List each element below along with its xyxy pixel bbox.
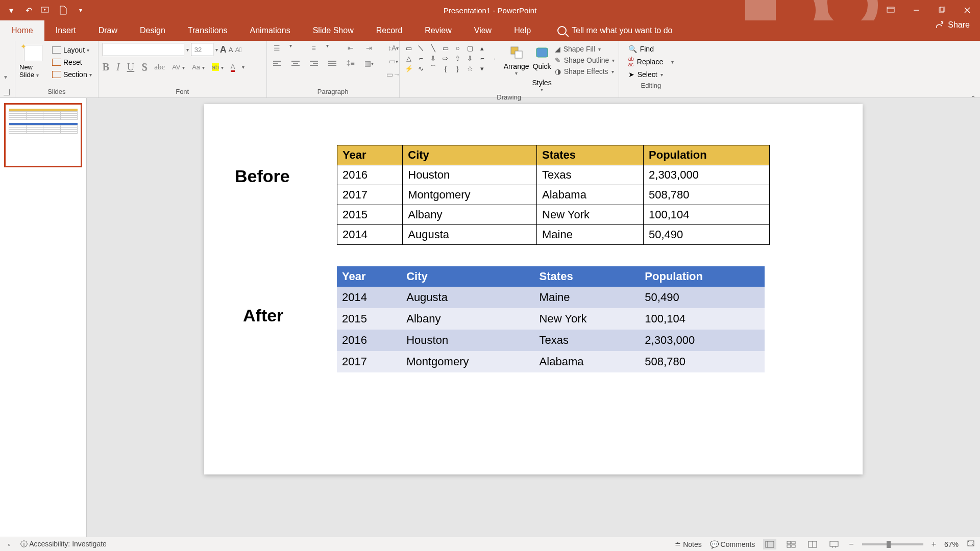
undo-icon[interactable]: ↶ xyxy=(23,5,34,15)
table-row[interactable]: 2015AlbanyNew York100,104 xyxy=(337,308,765,330)
table-row[interactable]: 2015AlbanyNew York100,104 xyxy=(337,205,770,225)
shape-outline-button[interactable]: ✎Shape Outline ▾ xyxy=(555,56,615,64)
align-right-button[interactable] xyxy=(308,58,320,68)
shape-line-icon[interactable]: ＼ xyxy=(417,44,425,52)
shape-scroll-up-icon[interactable]: ▴ xyxy=(478,44,486,52)
shape-more-icon[interactable]: ▾ xyxy=(478,64,486,72)
tab-design[interactable]: Design xyxy=(129,20,177,41)
reading-view-button[interactable] xyxy=(806,539,819,549)
layout-button[interactable]: Layout ▾ xyxy=(50,45,94,55)
section-button[interactable]: Section ▾ xyxy=(50,69,94,80)
table-row[interactable]: 2017MontgomeryAlabama508,780 xyxy=(337,185,770,205)
tab-slideshow[interactable]: Slide Show xyxy=(302,20,365,41)
arrange-button[interactable]: Arrange ▾ xyxy=(504,43,529,76)
shape-corner-icon[interactable]: ⌐ xyxy=(478,54,486,62)
shape-scroll-icon[interactable]: · xyxy=(491,54,499,62)
shape-lbrace-icon[interactable]: { xyxy=(442,64,450,72)
numbering-button[interactable]: ≡ xyxy=(308,43,320,53)
change-case-button[interactable]: Aa ▾ xyxy=(192,63,205,71)
tab-home[interactable]: Home xyxy=(0,20,44,41)
table-row[interactable]: 2014AugustaMaine50,490 xyxy=(337,225,770,245)
font-name-input[interactable] xyxy=(103,43,184,56)
ribbon-display-options-icon[interactable] xyxy=(878,0,903,20)
bullets-button[interactable]: ☰ xyxy=(271,43,283,53)
shape-arrow-down2-icon[interactable]: ⇩ xyxy=(466,54,474,62)
align-left-button[interactable] xyxy=(271,58,283,68)
text-shadow-button[interactable]: S xyxy=(141,61,147,73)
new-slide-button[interactable]: New Slide ▾ xyxy=(19,43,47,79)
italic-button[interactable]: I xyxy=(116,61,120,73)
table-row[interactable]: 2016HoustonTexas2,303,000 xyxy=(337,165,770,185)
find-button[interactable]: 🔍Find xyxy=(628,45,674,53)
highlight-button[interactable]: ab ▾ xyxy=(212,63,224,71)
tab-review[interactable]: Review xyxy=(413,20,462,41)
slide-sorter-view-button[interactable] xyxy=(785,539,798,549)
tab-record[interactable]: Record xyxy=(365,20,414,41)
clear-formatting-icon[interactable]: A⃦ xyxy=(235,46,241,54)
shape-roundrect-icon[interactable]: ▢ xyxy=(466,44,474,52)
tab-help[interactable]: Help xyxy=(503,20,542,41)
shapes-gallery[interactable]: ▭ ＼ ╲ ▭ ○ ▢ ▴ △ ⌐ ⇩ ⇨ ⇧ ⇩ ⌐ · ⚡ ∿ ⌒ { } xyxy=(404,43,501,73)
shape-arrow-right-icon[interactable]: ⇨ xyxy=(442,54,450,62)
text-direction-button[interactable]: ↕A ▾ xyxy=(387,43,400,53)
shape-connector-icon[interactable]: ⌐ xyxy=(417,54,425,62)
char-spacing-button[interactable]: AV ▾ xyxy=(172,63,185,71)
shape-triangle-icon[interactable]: △ xyxy=(405,54,413,62)
shape-line2-icon[interactable]: ╲ xyxy=(429,44,437,52)
start-from-beginning-icon[interactable] xyxy=(41,5,51,15)
zoom-in-button[interactable]: + xyxy=(932,540,936,549)
zoom-slider[interactable] xyxy=(862,543,923,545)
decrease-indent-button[interactable]: ⇤ xyxy=(345,43,357,53)
shape-star-icon[interactable]: ☆ xyxy=(466,64,474,72)
font-name-caret-icon[interactable]: ▾ xyxy=(186,47,189,53)
paste-icon[interactable]: ▾ xyxy=(4,43,7,81)
slide-thumbnail-panel[interactable] xyxy=(0,98,87,537)
tab-view[interactable]: View xyxy=(463,20,503,41)
increase-indent-button[interactable]: ⇥ xyxy=(363,43,375,53)
normal-view-button[interactable] xyxy=(763,539,776,549)
font-size-caret-icon[interactable]: ▾ xyxy=(215,47,218,53)
shape-fill-button[interactable]: ◢Shape Fill ▾ xyxy=(555,45,615,53)
minimize-button[interactable] xyxy=(903,0,929,20)
shape-textbox-icon[interactable]: ▭ xyxy=(405,44,413,52)
after-table[interactable]: YearCityStatesPopulation 2014AugustaMain… xyxy=(337,266,765,372)
shape-arrow-up-icon[interactable]: ⇧ xyxy=(454,54,462,62)
tell-me-search[interactable]: Tell me what you want to do xyxy=(542,20,672,41)
slide[interactable]: Before After YearCityStatesPopulation 20… xyxy=(204,104,863,474)
shape-effects-button[interactable]: ◑Shape Effects ▾ xyxy=(555,67,615,76)
table-row[interactable]: 2014AugustaMaine50,490 xyxy=(337,287,765,308)
tab-draw[interactable]: Draw xyxy=(87,20,129,41)
shape-oval-icon[interactable]: ○ xyxy=(454,44,462,52)
align-text-button[interactable]: ▭ ▾ xyxy=(387,56,400,66)
shape-arrow-down-icon[interactable]: ⇩ xyxy=(429,54,437,62)
zoom-level[interactable]: 67% xyxy=(944,540,959,548)
share-button[interactable]: Share xyxy=(936,20,970,30)
slide-indicator-icon[interactable]: ▫ xyxy=(5,540,13,548)
qat-dropdown-icon[interactable]: ▾ xyxy=(6,5,16,15)
dialog-launcher-icon[interactable] xyxy=(4,89,10,95)
tab-transitions[interactable]: Transitions xyxy=(177,20,239,41)
quick-styles-button[interactable]: QuickStyles ▾ xyxy=(532,43,552,92)
shape-arc-icon[interactable]: ⌒ xyxy=(429,64,437,72)
zoom-out-button[interactable]: − xyxy=(849,540,853,549)
slide-thumbnail-1[interactable] xyxy=(4,103,82,167)
grow-font-icon[interactable]: A xyxy=(220,44,227,55)
shape-rbrace-icon[interactable]: } xyxy=(454,64,462,72)
qat-customize-icon[interactable]: ▾ xyxy=(76,5,86,15)
underline-button[interactable]: U xyxy=(127,61,134,73)
zoom-thumb[interactable] xyxy=(887,541,891,548)
replace-button[interactable]: abacReplace ▾ xyxy=(628,56,674,67)
strikethrough-button[interactable]: abc xyxy=(154,63,165,71)
table-row[interactable]: 2017MontgomeryAlabama508,780 xyxy=(337,351,765,372)
shrink-font-icon[interactable]: A xyxy=(229,46,233,54)
slideshow-view-button[interactable] xyxy=(827,539,841,549)
select-button[interactable]: ➤Select ▾ xyxy=(628,70,674,79)
font-size-input[interactable]: 32 xyxy=(191,43,213,56)
new-file-icon[interactable] xyxy=(58,5,68,15)
tab-insert[interactable]: Insert xyxy=(44,20,87,41)
accessibility-button[interactable]: ⓘ Accessibility: Investigate xyxy=(20,540,107,549)
align-center-button[interactable] xyxy=(289,58,302,68)
tab-animations[interactable]: Animations xyxy=(239,20,302,41)
table-row[interactable]: 2016HoustonTexas2,303,000 xyxy=(337,330,765,351)
maximize-button[interactable] xyxy=(929,0,954,20)
